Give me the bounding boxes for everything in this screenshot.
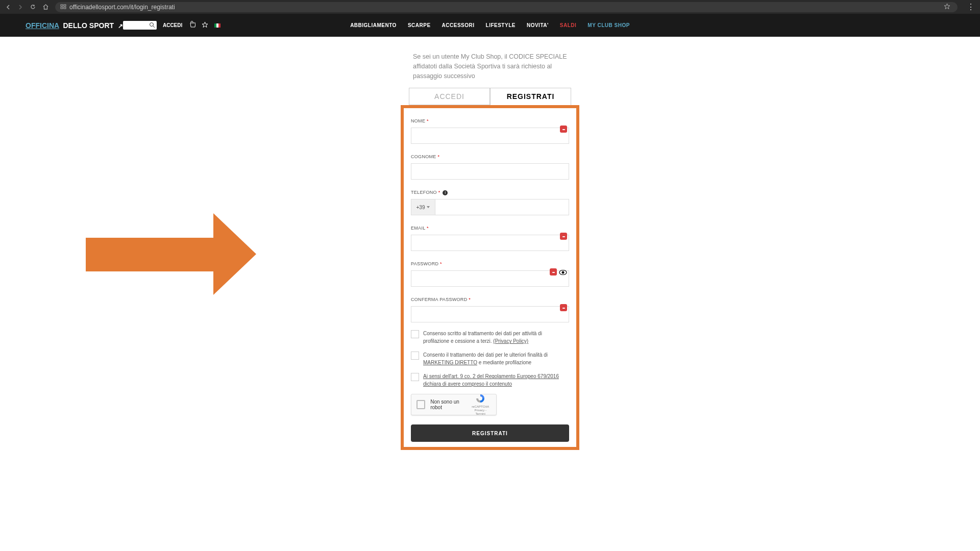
tab-accedi[interactable]: ACCEDI: [409, 88, 490, 105]
show-password-icon[interactable]: [559, 268, 567, 279]
flag-italy-icon[interactable]: [214, 23, 220, 28]
search-icon: [149, 22, 155, 28]
autofill-badge-icon[interactable]: [550, 268, 557, 276]
field-telefono: TELEFONO * i +39: [411, 187, 569, 215]
marketing-diretto-link[interactable]: MARKETING DIRETTO: [423, 360, 477, 365]
url-bar[interactable]: officinadellosport.com/it/login_registra…: [55, 2, 958, 12]
back-icon[interactable]: [5, 4, 11, 10]
field-conferma-password: CONFERMA PASSWORD *: [411, 294, 569, 322]
label-password: PASSWORD *: [411, 261, 442, 266]
input-cognome[interactable]: [411, 163, 569, 180]
svg-rect-0: [61, 5, 63, 6]
svg-line-5: [153, 26, 155, 28]
label-telefono: TELEFONO * i: [411, 190, 448, 195]
phone-prefix-select[interactable]: +39: [411, 199, 435, 215]
label-conferma-password: CONFERMA PASSWORD *: [411, 297, 471, 302]
checkbox-consent-gdpr[interactable]: [411, 373, 419, 381]
nav-saldi[interactable]: SALDI: [560, 22, 577, 28]
svg-point-7: [562, 271, 565, 274]
search-input[interactable]: [123, 21, 157, 30]
logo-officina: OFFICINA: [26, 21, 59, 30]
field-nome: NOME *: [411, 115, 569, 144]
highlight-arrow-icon: [86, 213, 213, 247]
main-nav: ABBIGLIAMENTO SCARPE ACCESSORI LIFESTYLE…: [350, 22, 630, 28]
input-telefono[interactable]: [435, 199, 569, 215]
nav-lifestyle[interactable]: LIFESTYLE: [486, 22, 516, 28]
recaptcha-label: Non sono un robot: [430, 399, 470, 410]
autofill-badge-icon[interactable]: [560, 233, 567, 240]
input-nome[interactable]: [411, 128, 569, 144]
tab-registrati[interactable]: REGISTRATI: [490, 88, 571, 105]
label-consent-profiling: Consenso scritto al trattamento dei dati…: [423, 330, 569, 345]
wishlist-star-icon[interactable]: [202, 21, 208, 30]
recaptcha: Non sono un robot reCAPTCHA Privacy - Te…: [411, 394, 497, 415]
browser-menu-icon[interactable]: ⋮: [967, 2, 975, 12]
info-icon[interactable]: i: [443, 190, 448, 195]
input-password[interactable]: [411, 270, 569, 287]
consent-profiling: Consenso scritto al trattamento dei dati…: [411, 330, 569, 345]
svg-rect-1: [64, 5, 66, 6]
input-email[interactable]: [411, 235, 569, 251]
nav-myclubshop[interactable]: MY CLUB SHOP: [587, 22, 630, 28]
intro-text: Se sei un utente My Club Shop, il CODICE…: [413, 52, 575, 81]
logo-arrow-icon: ↗: [118, 22, 123, 30]
autofill-badge-icon[interactable]: [560, 126, 567, 133]
label-cognome: COGNOME *: [411, 154, 439, 159]
gdpr-link[interactable]: Ai sensi dell'art. 9 co. 2 del Regolamen…: [423, 373, 559, 387]
checkbox-consent-profiling[interactable]: [411, 330, 419, 338]
logo[interactable]: OFFICINA DELLO SPORT ↗: [26, 21, 123, 30]
svg-rect-2: [61, 7, 63, 9]
label-nome: NOME *: [411, 118, 429, 123]
url-text: officinadellosport.com/it/login_registra…: [69, 4, 175, 11]
browser-nav-controls: [5, 4, 49, 10]
main-area: Se sei un utente My Club Shop, il CODICE…: [0, 37, 980, 450]
header-right: ACCEDI: [123, 21, 220, 30]
nav-scarpe[interactable]: SCARPE: [408, 22, 431, 28]
nav-accessori[interactable]: ACCESSORI: [442, 22, 475, 28]
reload-icon[interactable]: [30, 4, 36, 10]
bookmark-star-icon[interactable]: [944, 3, 950, 11]
consent-gdpr: Ai sensi dell'art. 9 co. 2 del Regolamen…: [411, 372, 569, 388]
browser-chrome: officinadellosport.com/it/login_registra…: [0, 0, 980, 14]
nav-novita[interactable]: NOVITA': [527, 22, 549, 28]
site-settings-icon[interactable]: [60, 4, 66, 11]
consent-marketing: Consento il trattamento dei dati per le …: [411, 351, 569, 366]
label-email: EMAIL *: [411, 226, 429, 231]
label-consent-gdpr: Ai sensi dell'art. 9 co. 2 del Regolamen…: [423, 372, 569, 388]
field-email: EMAIL *: [411, 222, 569, 251]
tabs: ACCEDI REGISTRATI: [409, 88, 571, 105]
input-conferma-password[interactable]: [411, 306, 569, 322]
forward-icon[interactable]: [17, 4, 23, 10]
svg-rect-3: [64, 7, 66, 9]
logo-dello: DELLO SPORT: [63, 21, 114, 30]
cart-icon[interactable]: [188, 21, 195, 30]
site-header: OFFICINA DELLO SPORT ↗ ABBIGLIAMENTO SCA…: [0, 14, 980, 37]
autofill-badge-icon[interactable]: [560, 304, 567, 311]
privacy-policy-link[interactable]: (Privacy Policy): [493, 338, 528, 344]
field-password: PASSWORD *: [411, 258, 569, 287]
recaptcha-logo: reCAPTCHA Privacy - Termini: [470, 393, 491, 416]
home-icon[interactable]: [42, 4, 49, 10]
register-form: NOME * COGNOME * TELEFONO * i +39 EMAIL …: [401, 105, 579, 450]
nav-abbigliamento[interactable]: ABBIGLIAMENTO: [350, 22, 397, 28]
checkbox-consent-marketing[interactable]: [411, 352, 419, 360]
browser-right-controls: ⋮: [967, 2, 975, 12]
register-button[interactable]: REGISTRATI: [411, 424, 569, 442]
field-cognome: COGNOME *: [411, 151, 569, 180]
recaptcha-icon: [474, 393, 486, 404]
label-consent-marketing: Consento il trattamento dei dati per le …: [423, 351, 569, 366]
recaptcha-checkbox[interactable]: [416, 400, 425, 409]
accedi-link[interactable]: ACCEDI: [163, 22, 182, 28]
svg-point-4: [150, 23, 153, 27]
